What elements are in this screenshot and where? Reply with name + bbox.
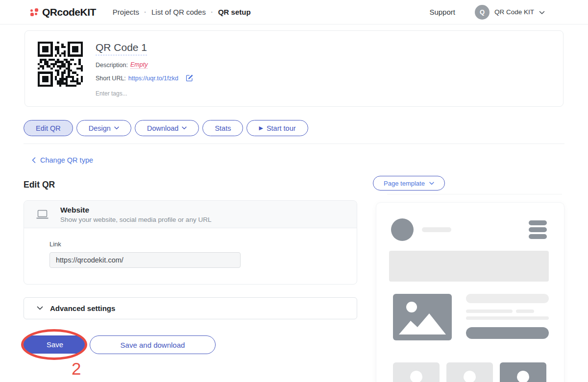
breadcrumb-separator: · <box>211 8 213 16</box>
tab-stats-label: Stats <box>215 124 231 132</box>
preview-card-placeholder <box>500 362 546 382</box>
top-navbar: QRcodeKIT Projects · List of QR codes · … <box>0 0 588 24</box>
qr-title[interactable]: QR Code 1 <box>96 42 147 55</box>
account-name: QR Code KIT <box>494 8 534 16</box>
brand-logo-icon <box>30 8 38 16</box>
tab-download-label: Download <box>147 124 179 132</box>
form-actions: Save Save and download 2 <box>24 335 357 354</box>
preview-banner-placeholder <box>389 251 549 282</box>
website-type-card: Website Show your website, social media … <box>24 200 357 285</box>
preview-image-placeholder <box>393 294 452 340</box>
tab-start-tour-label: Start tour <box>267 124 296 132</box>
play-icon: ▶ <box>259 125 263 131</box>
preview-headline-placeholder <box>466 294 549 303</box>
tab-start-tour[interactable]: ▶ Start tour <box>246 120 308 136</box>
short-url-link[interactable]: https://uqr.to/1fzkd <box>128 75 178 82</box>
chevron-down-icon <box>429 182 434 185</box>
advanced-settings-label: Advanced settings <box>50 304 115 312</box>
avatar: Q <box>475 5 490 20</box>
breadcrumb-separator: · <box>144 8 147 16</box>
brand-logo-text: QRcodeKIT <box>42 6 96 18</box>
link-input[interactable] <box>49 252 241 268</box>
breadcrumb-qr-setup: QR setup <box>218 8 251 16</box>
change-qr-type-label: Change QR type <box>40 156 93 164</box>
qr-summary-card: QR Code 1 Description: Empty Short URL: … <box>24 30 564 107</box>
save-and-download-button[interactable]: Save and download <box>90 335 216 354</box>
qr-action-tabs: Edit QR Design Download Stats ▶ Start to… <box>24 120 564 136</box>
menu-icon <box>529 220 547 239</box>
preview-text-line <box>466 316 549 320</box>
chevron-left-icon <box>32 157 36 163</box>
website-type-header: Website Show your website, social media … <box>24 201 357 228</box>
preview-button-placeholder <box>466 327 549 339</box>
preview-panel: Page template <box>373 176 564 382</box>
preview-card-placeholder <box>446 362 493 382</box>
preview-card-placeholder <box>393 362 440 382</box>
description-value[interactable]: Empty <box>130 61 147 69</box>
change-qr-type-link[interactable]: Change QR type <box>32 156 93 164</box>
brand-logo[interactable]: QRcodeKIT <box>30 6 96 18</box>
section-divider <box>24 143 564 144</box>
annotation-step-number: 2 <box>72 359 81 379</box>
support-link[interactable]: Support <box>429 8 455 16</box>
laptop-icon <box>36 209 49 220</box>
advanced-settings-toggle[interactable]: Advanced settings <box>24 297 357 319</box>
account-menu[interactable]: Q QR Code KIT <box>475 5 545 20</box>
short-url-label: Short URL: <box>96 75 126 82</box>
qr-code-image <box>38 42 83 87</box>
preview-divider <box>387 194 562 194</box>
chevron-down-icon <box>182 126 187 130</box>
preview-text-line <box>516 310 534 313</box>
tags-input[interactable]: Enter tags... <box>96 90 194 97</box>
save-button[interactable]: Save <box>24 335 86 354</box>
description-label: Description: <box>96 62 128 69</box>
page-template-preview <box>376 202 564 382</box>
tab-edit-qr[interactable]: Edit QR <box>24 120 73 136</box>
tab-edit-qr-label: Edit QR <box>36 124 61 132</box>
page-template-label: Page template <box>384 180 425 187</box>
preview-text-line <box>466 310 513 313</box>
chevron-down-icon <box>539 8 545 17</box>
type-title: Website <box>60 206 211 215</box>
type-subtitle: Show your website, social media profile … <box>60 216 211 223</box>
preview-avatar-placeholder <box>391 218 414 241</box>
page-template-button[interactable]: Page template <box>373 176 445 191</box>
breadcrumb-projects[interactable]: Projects <box>113 8 139 16</box>
chevron-down-icon <box>37 306 43 310</box>
edit-short-url-icon[interactable] <box>185 74 194 82</box>
preview-name-placeholder <box>422 227 451 232</box>
tab-download[interactable]: Download <box>135 120 199 136</box>
tab-design[interactable]: Design <box>76 120 131 136</box>
tab-stats[interactable]: Stats <box>202 120 243 136</box>
chevron-down-icon <box>114 126 119 130</box>
breadcrumb: Projects · List of QR codes · QR setup <box>113 8 251 16</box>
page-title: Edit QR <box>24 180 357 190</box>
tab-design-label: Design <box>89 124 111 132</box>
breadcrumb-list-of-qr-codes[interactable]: List of QR codes <box>151 8 206 16</box>
link-field-label: Link <box>49 240 357 248</box>
